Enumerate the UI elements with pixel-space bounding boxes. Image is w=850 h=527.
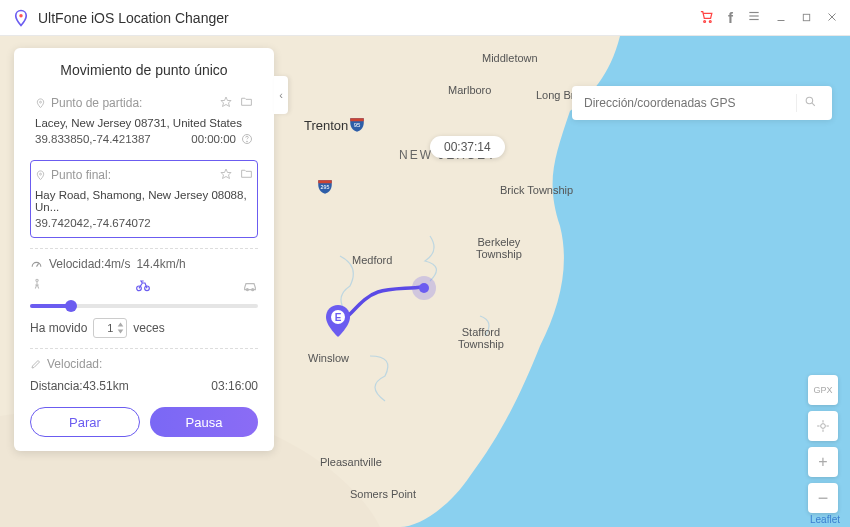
svg-point-16 bbox=[806, 97, 813, 104]
svg-rect-7 bbox=[803, 14, 809, 20]
map-label: Winslow bbox=[308, 352, 349, 364]
svg-marker-24 bbox=[221, 97, 231, 107]
stepper-arrows-icon bbox=[117, 321, 124, 335]
end-address: Hay Road, Shamong, New Jersey 08088, Un.… bbox=[35, 189, 253, 213]
pin-icon bbox=[35, 98, 46, 109]
start-time: 00:00:00 bbox=[191, 133, 236, 145]
folder-icon[interactable] bbox=[240, 95, 253, 111]
slider-thumb[interactable] bbox=[65, 300, 77, 312]
panel-title: Movimiento de punto único bbox=[30, 62, 258, 78]
help-icon[interactable] bbox=[241, 133, 253, 145]
svg-point-0 bbox=[19, 14, 22, 17]
end-coords: 39.742042,-74.674072 bbox=[35, 217, 151, 229]
svg-marker-28 bbox=[221, 169, 231, 179]
svg-point-1 bbox=[704, 20, 706, 22]
svg-marker-35 bbox=[118, 322, 124, 326]
movement-panel: ‹ Movimiento de punto único Punto de par… bbox=[14, 48, 274, 451]
map-label: Marlboro bbox=[448, 84, 491, 96]
distance-value: Distancia:43.51km bbox=[30, 379, 129, 393]
map-label: Stafford Township bbox=[458, 326, 504, 350]
transport-mode-row bbox=[30, 277, 258, 296]
bike-mode-icon[interactable] bbox=[135, 277, 151, 296]
svg-line-17 bbox=[812, 103, 815, 106]
map-label: Berkeley Township bbox=[476, 236, 522, 260]
svg-point-2 bbox=[709, 20, 711, 22]
end-point-block[interactable]: Punto final: Hay Road, Shamong, New Jers… bbox=[30, 160, 258, 238]
distance-row: Distancia:43.51km 03:16:00 bbox=[30, 379, 258, 393]
stop-button[interactable]: Parar bbox=[30, 407, 140, 437]
speed-row: Velocidad:4m/s 14.4km/h bbox=[30, 257, 258, 271]
destination-pin[interactable]: E bbox=[324, 304, 352, 332]
start-address: Lacey, New Jersey 08731, United States bbox=[35, 117, 253, 129]
cart-icon[interactable] bbox=[699, 9, 714, 27]
svg-text:95: 95 bbox=[354, 122, 361, 128]
app-logo-icon bbox=[12, 9, 30, 27]
svg-point-26 bbox=[247, 141, 248, 142]
map-label: Somers Point bbox=[350, 488, 416, 500]
speed-slider[interactable] bbox=[30, 304, 258, 308]
speed-alt: 14.4km/h bbox=[136, 257, 185, 271]
current-location-marker[interactable] bbox=[412, 276, 436, 300]
zoom-in-button[interactable]: + bbox=[808, 447, 838, 477]
close-button[interactable] bbox=[826, 10, 838, 26]
svg-point-18 bbox=[821, 424, 826, 429]
search-input[interactable] bbox=[584, 96, 796, 110]
title-left: UltFone iOS Location Changer bbox=[12, 9, 229, 27]
map-label: Medford bbox=[352, 254, 392, 266]
end-label: Punto final: bbox=[51, 168, 111, 182]
svg-text:295: 295 bbox=[321, 184, 330, 190]
pencil-icon bbox=[30, 358, 42, 370]
maximize-button[interactable] bbox=[801, 10, 812, 26]
map-label: Trenton bbox=[304, 118, 348, 133]
velocity-row: Velocidad: bbox=[30, 357, 258, 371]
minimize-button[interactable] bbox=[775, 10, 787, 26]
svg-line-29 bbox=[37, 263, 39, 266]
start-point-block: Punto de partida: Lacey, New Jersey 0873… bbox=[30, 88, 258, 154]
pause-button[interactable]: Pausa bbox=[150, 407, 258, 437]
menu-icon[interactable] bbox=[747, 9, 761, 26]
moved-count-row: Ha movido 1 veces bbox=[30, 318, 258, 338]
svg-point-30 bbox=[36, 279, 38, 281]
svg-marker-36 bbox=[118, 329, 124, 333]
search-box bbox=[572, 86, 832, 120]
highway-shield-icon: 95 bbox=[348, 116, 366, 134]
svg-text:E: E bbox=[335, 312, 342, 323]
gpx-button[interactable]: GPX bbox=[808, 375, 838, 405]
pin-icon bbox=[35, 170, 46, 181]
map-label: Pleasantville bbox=[320, 456, 382, 468]
start-coords: 39.833850,-74.421387 bbox=[35, 133, 151, 145]
elapsed-time-badge: 00:37:14 bbox=[430, 136, 505, 158]
window-controls: f bbox=[699, 9, 838, 27]
zoom-out-button[interactable]: − bbox=[808, 483, 838, 513]
speed-label: Velocidad:4m/s bbox=[49, 257, 130, 271]
highway-shield-icon: 295 bbox=[316, 178, 334, 196]
start-label: Punto de partida: bbox=[51, 96, 142, 110]
folder-icon[interactable] bbox=[240, 167, 253, 183]
svg-point-23 bbox=[40, 101, 42, 103]
recenter-button[interactable] bbox=[808, 411, 838, 441]
map-attribution[interactable]: Leaflet bbox=[810, 514, 840, 525]
map-label: Brick Township bbox=[500, 184, 573, 196]
map-label: Middletown bbox=[482, 52, 538, 64]
collapse-panel-button[interactable]: ‹ bbox=[274, 76, 288, 114]
gauge-icon bbox=[30, 258, 43, 271]
moved-pre: Ha movido bbox=[30, 321, 87, 335]
map-controls: GPX + − bbox=[808, 375, 838, 513]
distance-time: 03:16:00 bbox=[211, 379, 258, 393]
facebook-icon[interactable]: f bbox=[728, 9, 733, 26]
favorite-icon[interactable] bbox=[220, 168, 232, 183]
title-bar: UltFone iOS Location Changer f bbox=[0, 0, 850, 36]
search-icon[interactable] bbox=[796, 94, 824, 112]
svg-point-27 bbox=[40, 173, 42, 175]
moved-count-stepper[interactable]: 1 bbox=[93, 318, 127, 338]
app-title: UltFone iOS Location Changer bbox=[38, 10, 229, 26]
walk-mode-icon[interactable] bbox=[30, 278, 44, 295]
moved-post: veces bbox=[133, 321, 164, 335]
favorite-icon[interactable] bbox=[220, 96, 232, 111]
car-mode-icon[interactable] bbox=[242, 277, 258, 296]
